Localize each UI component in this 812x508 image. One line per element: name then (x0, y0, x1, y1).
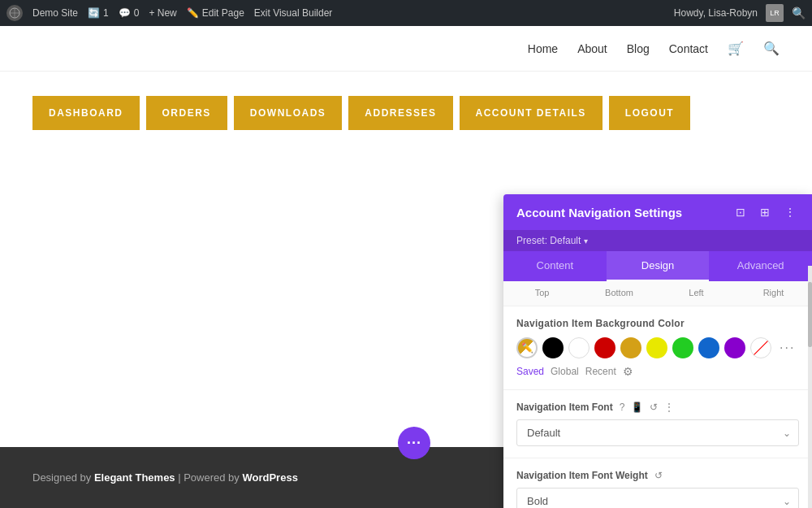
panel-more-button[interactable]: ⋮ (781, 204, 799, 220)
font-reset-icon[interactable]: ↺ (650, 402, 658, 413)
nav-dashboard[interactable]: DASHBOARD (32, 96, 140, 130)
updates-count: 1 (103, 7, 109, 19)
comments-link[interactable]: 💬 0 (119, 7, 140, 19)
nav-home[interactable]: Home (528, 42, 558, 55)
recent-link[interactable]: Recent (585, 366, 616, 377)
cart-icon[interactable]: 🛒 (728, 41, 744, 56)
font-section: Navigation Item Font ? 📱 ↺ ⋮ Default ⌄ (503, 390, 812, 458)
cms-name: WordPress (242, 471, 297, 484)
wp-logo[interactable] (6, 5, 23, 21)
color-swatch-blue[interactable] (698, 337, 719, 358)
nav-about[interactable]: About (577, 42, 607, 55)
padding-top[interactable]: Top (503, 281, 581, 306)
site-name-link[interactable]: Demo Site (32, 7, 78, 19)
admin-bar-left: Demo Site 🔄 1 💬 0 + New ✏️ Edit Page Exi… (6, 5, 661, 21)
color-swatches-row: ✏️ ··· (516, 337, 799, 358)
search-icon[interactable]: 🔍 (763, 41, 780, 56)
panel-fullscreen-button[interactable]: ⊡ (732, 204, 749, 220)
exit-visual-builder-button[interactable]: Exit Visual Builder (254, 7, 333, 19)
font-select[interactable]: Default (516, 419, 799, 446)
settings-panel: Account Navigation Settings ⊡ ⊞ ⋮ Preset… (503, 194, 812, 508)
footer-text: Designed by Elegant Themes | Powered by … (32, 471, 298, 484)
panel-tabs: Content Design Advanced (503, 251, 812, 281)
page-content: Home About Blog Contact 🛒 🔍 DASHBOARD OR… (0, 26, 812, 508)
panel-scrollbar-thumb (808, 282, 812, 347)
color-swatch-white[interactable] (568, 337, 590, 358)
nav-downloads[interactable]: DOWNLOADS (234, 96, 343, 130)
howdy-text: Howdy, Lisa-Robyn (674, 7, 758, 19)
color-swatch-green[interactable] (672, 337, 693, 358)
font-weight-reset-icon[interactable]: ↺ (654, 470, 663, 481)
tab-advanced[interactable]: Advanced (709, 251, 812, 281)
preset-text: Preset: Default (516, 235, 581, 246)
font-label-row: Navigation Item Font ? 📱 ↺ ⋮ (516, 402, 799, 413)
font-label: Navigation Item Font (516, 402, 613, 413)
panel-header: Account Navigation Settings ⊡ ⊞ ⋮ (503, 194, 812, 230)
eyedropper-swatch[interactable]: ✏️ (516, 337, 538, 358)
admin-search-icon[interactable]: 🔍 (792, 7, 806, 20)
theme-name: Elegant Themes (94, 471, 175, 484)
nav-account-details[interactable]: ACCOUNT DETAILS (460, 96, 603, 130)
bg-color-label: Navigation Item Background Color (516, 318, 799, 329)
panel-body: Top Bottom Left Right Navigation Item Ba… (503, 281, 812, 508)
color-settings-gear-icon[interactable]: ⚙ (623, 365, 633, 378)
font-weight-select-wrapper: Bold Normal 100 200 300 400 500 600 700 … (516, 488, 799, 508)
padding-right[interactable]: Right (735, 281, 812, 306)
color-swatch-yellow[interactable] (646, 337, 667, 358)
font-help-icon[interactable]: ? (620, 402, 625, 413)
nav-logout[interactable]: LOGOUT (609, 96, 690, 130)
font-device-icon[interactable]: 📱 (631, 402, 643, 413)
color-swatch-black[interactable] (542, 337, 564, 358)
site-header: Home About Blog Contact 🛒 🔍 (0, 26, 812, 72)
tab-content[interactable]: Content (503, 251, 607, 281)
woocommerce-nav: DASHBOARD ORDERS DOWNLOADS ADDRESSES ACC… (0, 72, 812, 154)
font-weight-section: Navigation Item Font Weight ↺ Bold Norma… (503, 458, 812, 508)
padding-nav: Top Bottom Left Right (503, 281, 812, 306)
site-name-text: Demo Site (32, 7, 78, 19)
new-content-link[interactable]: + New (149, 7, 176, 19)
admin-bar-right: Howdy, Lisa-Robyn LR 🔍 (674, 4, 806, 22)
bg-color-section: Navigation Item Background Color ✏️ · (503, 306, 812, 390)
font-weight-label-row: Navigation Item Font Weight ↺ (516, 470, 799, 481)
saved-link[interactable]: Saved (516, 366, 544, 377)
floating-options-button[interactable]: ··· (398, 427, 430, 459)
font-weight-label: Navigation Item Font Weight (516, 470, 648, 481)
more-colors-button[interactable]: ··· (780, 341, 795, 355)
panel-preset-row[interactable]: Preset: Default ▾ (503, 230, 812, 251)
updates-link[interactable]: 🔄 1 (88, 7, 109, 19)
saved-row: Saved Global Recent ⚙ (516, 365, 799, 378)
user-avatar[interactable]: LR (766, 4, 784, 22)
nav-blog[interactable]: Blog (627, 42, 650, 55)
admin-bar: Demo Site 🔄 1 💬 0 + New ✏️ Edit Page Exi… (0, 0, 812, 26)
font-select-wrapper: Default ⌄ (516, 419, 799, 446)
panel-title: Account Navigation Settings (516, 206, 682, 219)
tab-design[interactable]: Design (607, 251, 710, 281)
nav-addresses[interactable]: ADDRESSES (348, 96, 452, 130)
padding-left[interactable]: Left (658, 281, 735, 306)
padding-bottom[interactable]: Bottom (581, 281, 658, 306)
font-weight-select[interactable]: Bold Normal 100 200 300 400 500 600 700 … (516, 488, 799, 508)
edit-page-link[interactable]: ✏️ Edit Page (187, 7, 244, 19)
color-swatch-red[interactable] (594, 337, 615, 358)
comments-count: 0 (134, 7, 140, 19)
panel-layout-button[interactable]: ⊞ (757, 204, 773, 220)
nav-contact[interactable]: Contact (669, 42, 708, 55)
preset-arrow-icon: ▾ (584, 237, 588, 245)
color-swatch-purple[interactable] (724, 337, 745, 358)
nav-orders[interactable]: ORDERS (146, 96, 227, 130)
color-swatch-golden[interactable] (620, 337, 641, 358)
panel-scrollbar[interactable] (808, 266, 812, 508)
color-swatch-strikethrough[interactable] (750, 337, 771, 358)
font-more-icon[interactable]: ⋮ (664, 402, 674, 413)
panel-action-buttons: ⊡ ⊞ ⋮ (732, 204, 799, 220)
global-link[interactable]: Global (551, 366, 579, 377)
site-navigation: Home About Blog Contact 🛒 🔍 (528, 41, 780, 56)
